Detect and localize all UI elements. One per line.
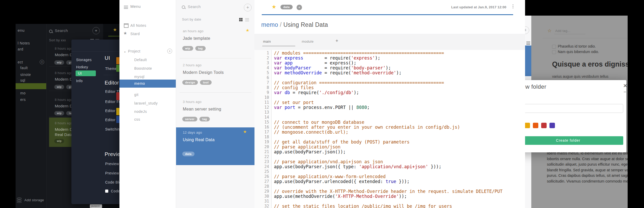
tab-module[interactable]: module: [302, 40, 314, 43]
note-title: Real Data: [55, 132, 73, 137]
project-header[interactable]: Project: [128, 49, 140, 53]
tag-pill: tool: [200, 80, 211, 85]
tag-pill: wip: [182, 46, 193, 51]
note-time: 8 hours ago: [55, 47, 72, 50]
note-tags: wip: [54, 138, 66, 143]
code-line: app.use(bodyParser.json({ type: 'applica…: [274, 164, 525, 169]
create-folder-button[interactable]: Create folder: [525, 136, 623, 145]
search-input[interactable]: Search: [188, 4, 201, 9]
note-title: Jade template: [183, 36, 210, 41]
sidebar-folder-laravel[interactable]: laravel_study: [134, 101, 158, 105]
sidebar-folder-mysql[interactable]: mysql: [134, 75, 145, 79]
code-lines: // modules =============================…: [272, 51, 525, 208]
breadcrumb-separator: /: [280, 21, 282, 28]
add-tag-button[interactable]: [297, 5, 302, 10]
note-title: Mean server setting: [183, 107, 221, 112]
note-tags: designtool: [182, 80, 214, 85]
code-line: app.use(methodOverride('X-HTTP-Method-Ov…: [274, 194, 525, 199]
add-folder-button[interactable]: [167, 49, 172, 54]
checkbox[interactable]: [105, 190, 108, 193]
note-item-selected[interactable]: [525, 46, 531, 76]
dark-starred-item[interactable]: ard: [18, 47, 23, 51]
code-gutter: 1234567891011121314151617181920212223242…: [254, 50, 272, 208]
folder-color-swatch[interactable]: [549, 123, 555, 128]
note-time: 8 hours ago: [55, 121, 72, 125]
close-icon[interactable]: ×: [623, 82, 627, 90]
dark-folder-item[interactable]: stnote: [20, 73, 31, 77]
code-line: [274, 110, 525, 115]
dark-search-input[interactable]: Search: [55, 28, 68, 33]
settings-nav-storages[interactable]: Storages: [76, 58, 92, 62]
folder-color-swatch[interactable]: [541, 123, 547, 128]
active-tab-underline: [262, 46, 295, 46]
note-tags: servertag: [182, 116, 212, 121]
list-view-icon[interactable]: [245, 18, 249, 22]
note-item-selected[interactable]: 12 days ago Using Real Data data: [176, 127, 255, 165]
note-tag-badge[interactable]: data: [280, 5, 293, 9]
tab-main-active[interactable]: main: [263, 40, 271, 43]
code-mode-selector[interactable]: javascri: [90, 204, 102, 208]
note-item[interactable]: 3 hours ago Mean server setting serverta…: [176, 97, 255, 127]
sidebar-item-starred[interactable]: Stard: [130, 32, 140, 36]
dark-folder-item[interactable]: ers: [20, 98, 26, 102]
chevron-down-icon[interactable]: [124, 49, 126, 54]
sidebar-folder-git[interactable]: git: [134, 93, 139, 97]
dark-sort-selector[interactable]: Sort by xxx: [49, 38, 66, 42]
star-toggle-icon[interactable]: [272, 4, 276, 10]
sidebar-folder-default[interactable]: Default: [134, 58, 147, 62]
star-icon[interactable]: [243, 129, 247, 134]
note-time: 8 hours ago: [55, 71, 72, 75]
divider: [180, 92, 251, 93]
dark-new-folder-icon[interactable]: [40, 60, 44, 64]
sidebar-folder-css[interactable]: css: [134, 117, 140, 121]
dark-add-storage-button[interactable]: Add storage: [24, 198, 44, 202]
code-line: // configuration =======================…: [274, 80, 525, 85]
menu-icon[interactable]: [124, 6, 128, 10]
dark-folder-item-selected[interactable]: [16, 83, 46, 89]
settings-nav-ui-selected[interactable]: UI: [76, 70, 96, 76]
code-line: // set our port: [274, 100, 525, 105]
sidebar-folder-nodejs[interactable]: nodeJs: [134, 109, 147, 114]
dark-menu-label[interactable]: enu: [18, 28, 25, 32]
code-line: // mongoose.connect(db.url);: [274, 130, 525, 135]
star-icon[interactable]: [246, 28, 249, 33]
new-note-button[interactable]: [525, 26, 529, 34]
new-tab-button[interactable]: +: [336, 38, 338, 44]
folder-name-input[interactable]: [525, 104, 623, 113]
star-icon[interactable]: [113, 27, 117, 32]
esc-hint: esc: [624, 90, 627, 93]
dark-all-notes-item[interactable]: l Notes: [18, 41, 30, 45]
folder-color-chip: [116, 92, 119, 100]
code-line: // config files: [274, 85, 525, 90]
last-updated-label: Last updated at Jan.9, 2017 12:00: [410, 5, 506, 9]
right-app-window: Add tag... Phasellus id tortor odio. Nam…: [525, 16, 628, 208]
dark-folder-item[interactable]: fault: [20, 66, 28, 70]
code-line: var methodOverride = require('method-ove…: [274, 70, 525, 75]
code-line: [274, 199, 525, 204]
note-item[interactable]: an hours ago Jade template wiptag: [176, 26, 255, 58]
dark-folder-item[interactable]: mo: [20, 91, 25, 95]
sidebar-folder-memo-selected[interactable]: memo: [119, 80, 176, 88]
grid-view-icon[interactable]: [239, 18, 243, 21]
code-editor[interactable]: 1234567891011121314151617181920212223242…: [254, 50, 525, 208]
new-note-button[interactable]: [244, 4, 252, 11]
sidebar-folder-boostnote[interactable]: Boostnote: [134, 66, 152, 70]
code-line: [274, 95, 525, 100]
tab-bar: main module +: [254, 34, 525, 50]
dark-folder-item[interactable]: sql: [20, 78, 25, 82]
sidebar-item-all-notes[interactable]: All Notes: [130, 23, 146, 28]
breadcrumb-folder[interactable]: memo: [261, 21, 278, 28]
folder-color-swatch[interactable]: [525, 123, 530, 128]
settings-nav-hotkey[interactable]: Hotkey: [76, 65, 88, 69]
code-line: // modules =============================…: [274, 51, 525, 56]
kebab-menu-icon[interactable]: [513, 4, 513, 9]
note-item[interactable]: 2 hours ago Modern Design Tools designto…: [176, 60, 255, 93]
note-title: Modern Design Tools: [183, 70, 224, 75]
dark-new-note-button[interactable]: [92, 27, 100, 34]
menu-label[interactable]: Menu: [130, 4, 141, 9]
folder-color-swatch[interactable]: [533, 123, 538, 128]
dark-project-header[interactable]: ect: [18, 60, 23, 64]
sort-selector[interactable]: Sort by date: [182, 17, 201, 21]
settings-nav-info[interactable]: Info: [76, 79, 83, 83]
list-view-icon[interactable]: [526, 42, 530, 46]
